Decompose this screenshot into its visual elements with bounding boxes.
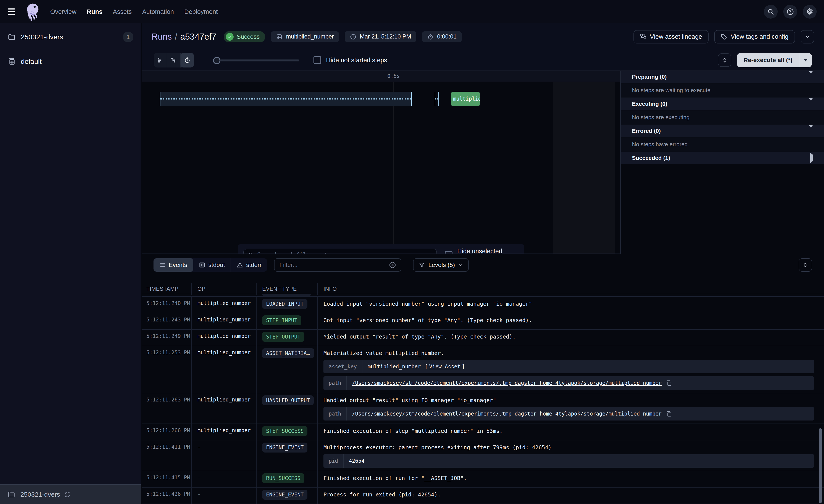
event-info-text: Multiprocess executor: parent process ex…	[323, 444, 814, 451]
funnel-icon	[419, 262, 425, 268]
settings-gear-icon[interactable]	[803, 5, 817, 19]
event-info-text: Loaded input "versioned_number" using in…	[323, 300, 814, 307]
metadata-key: pid	[323, 454, 343, 468]
footer-repo-label: 250321-dvers	[20, 491, 60, 498]
step-section-header-1[interactable]: Executing (0)	[621, 98, 824, 110]
event-op: multiplied_number	[192, 393, 256, 423]
events-scrollbar[interactable]	[819, 428, 822, 503]
list-icon	[159, 262, 166, 268]
stopwatch-icon	[427, 33, 434, 40]
event-op: multiplied_number	[192, 313, 256, 329]
nav-link-assets[interactable]: Assets	[113, 8, 132, 15]
step-section-title: Preparing (0)	[632, 74, 666, 80]
levels-filter-button[interactable]: Levels (5)	[413, 258, 469, 272]
search-icon[interactable]	[764, 5, 778, 19]
sidebar-item-repo[interactable]: 250321-dvers 1	[0, 23, 141, 51]
menu-icon[interactable]	[5, 4, 20, 19]
event-info-text: Materialized value multiplied_number.	[323, 350, 814, 357]
main-content: Runs / a5347ef7 Success multiplied_numbe…	[141, 23, 824, 504]
step-section-header-2[interactable]: Errored (0)	[621, 125, 824, 137]
copy-icon[interactable]	[665, 410, 672, 417]
header-more-dropdown-button[interactable]	[801, 30, 814, 43]
event-info: Finished execution of step "multiplied_n…	[318, 424, 824, 440]
gantt-waiting-span	[160, 92, 412, 106]
table-row[interactable]: 5:12:11.253 PMmultiplied_numberASSET_MAT…	[141, 346, 824, 393]
hide-not-started-checkbox[interactable]	[313, 56, 321, 64]
event-timestamp: 5:12:11.266 PM	[141, 424, 192, 440]
event-timestamp: 5:12:11.426 PM	[141, 488, 192, 504]
nav-link-runs[interactable]: Runs	[87, 8, 103, 15]
view-tags-config-button[interactable]: View tags and config	[714, 30, 795, 43]
log-filter-box	[274, 258, 401, 272]
path-link[interactable]: /Users/smackesey/stm/code/elementl/exper…	[352, 380, 661, 386]
nav-link-automation[interactable]: Automation	[142, 8, 174, 15]
sidebar: 250321-dvers 1 default 250321-dvers	[0, 23, 141, 504]
search-icon	[248, 252, 254, 254]
step-section-header-3[interactable]: Succeeded (1)	[621, 152, 824, 164]
col-header-info: INFO	[318, 283, 824, 295]
metadata-text: 42654	[349, 458, 365, 464]
events-expand-button[interactable]	[799, 258, 812, 272]
warning-icon	[237, 262, 243, 268]
timed-view-icon[interactable]	[181, 53, 194, 68]
table-row[interactable]: 5:12:11.415 PM-RUN_SUCCESSFinished execu…	[141, 471, 824, 488]
table-row[interactable]: 5:12:11.263 PMmultiplied_numberHANDLED_O…	[141, 393, 824, 424]
hide-unselected-checkbox[interactable]	[445, 251, 452, 254]
dagster-run-page: OverviewRunsAssetsAutomationDeployment 2…	[0, 0, 824, 504]
repo-label: 250321-dvers	[21, 33, 63, 41]
event-type-cell: ENGINE_EVENT	[256, 440, 318, 471]
sidebar-footer-repo[interactable]: 250321-dvers	[0, 484, 141, 504]
metadata-text: multiplied_number	[368, 364, 421, 370]
status-badge: Success	[224, 31, 265, 42]
table-row[interactable]: 5:12:11.240 PMmultiplied_numberLOADED_IN…	[141, 297, 824, 313]
expand-collapse-button[interactable]	[718, 53, 731, 67]
zoom-slider[interactable]	[213, 53, 299, 68]
event-type-badge: ENGINE_EVENT	[262, 490, 307, 500]
log-filter-input[interactable]	[279, 261, 389, 268]
path-link[interactable]: /Users/smackesey/stm/code/elementl/exper…	[352, 411, 661, 417]
view-asset-lineage-button[interactable]: View asset lineage	[633, 30, 709, 43]
clear-filter-icon[interactable]	[389, 261, 396, 269]
gantt-step-bar[interactable]: multiplied_number	[451, 92, 480, 106]
tab-label: stdout	[208, 261, 225, 268]
step-section-header-0[interactable]: Preparing (0)	[621, 71, 824, 83]
tab-stdout[interactable]: stdout	[193, 258, 231, 272]
table-row[interactable]: 5:12:11.426 PM-ENGINE_EVENTProcess for r…	[141, 488, 824, 504]
event-info: Finished execution of run for "__ASSET_J…	[318, 471, 824, 487]
step-search-input[interactable]	[257, 251, 432, 254]
copy-icon[interactable]	[665, 380, 672, 386]
event-type-badge: STEP_INPUT	[262, 316, 301, 325]
tab-stderr[interactable]: stderr	[231, 258, 268, 272]
flat-view-icon[interactable]	[154, 53, 167, 68]
metadata-row-asset_key: asset_keymultiplied_number[View Asset]	[323, 360, 814, 373]
reload-icon[interactable]	[64, 491, 71, 498]
breadcrumb-runs-link[interactable]: Runs	[151, 32, 172, 41]
table-row[interactable]: 5:12:11.411 PM-ENGINE_EVENTMultiprocess …	[141, 440, 824, 471]
waterfall-view-icon[interactable]	[167, 53, 181, 68]
check-circle-icon	[226, 33, 234, 41]
slider-knob[interactable]	[213, 57, 220, 64]
metadata-key: path	[323, 376, 347, 390]
event-timestamp: 5:12:11.249 PM	[141, 330, 192, 346]
gantt-dot-segment	[435, 98, 439, 100]
table-row[interactable]: 5:12:11.243 PMmultiplied_numberSTEP_INPU…	[141, 313, 824, 330]
nav-link-deployment[interactable]: Deployment	[184, 8, 218, 15]
view-asset-link[interactable]: View Asset	[429, 364, 460, 370]
reexecute-all-button[interactable]: Re-execute all (*)	[737, 53, 812, 67]
help-icon[interactable]	[783, 5, 797, 19]
nav-link-overview[interactable]: Overview	[50, 8, 77, 15]
folder-icon	[8, 33, 16, 41]
event-info-text: Finished execution of run for "__ASSET_J…	[323, 475, 814, 482]
tab-events[interactable]: Events	[153, 258, 193, 272]
step-section-empty-text: No steps have errored	[621, 137, 824, 152]
duration-tag: 0:00:01	[422, 31, 462, 42]
asset-tag[interactable]: multiplied_number	[271, 31, 339, 42]
event-type-badge: RUN_SUCCESS	[262, 473, 304, 483]
sidebar-item-default[interactable]: default	[0, 51, 141, 72]
table-row[interactable]: 5:12:11.249 PMmultiplied_numberSTEP_OUTP…	[141, 330, 824, 346]
log-type-tabs: Eventsstdoutstderr	[153, 258, 267, 272]
table-row[interactable]: 5:12:11.266 PMmultiplied_numberSTEP_SUCC…	[141, 424, 824, 440]
event-badge-clipped	[262, 294, 311, 296]
reexecute-dropdown-button[interactable]	[799, 59, 812, 61]
dagster-logo-icon[interactable]	[24, 2, 41, 21]
